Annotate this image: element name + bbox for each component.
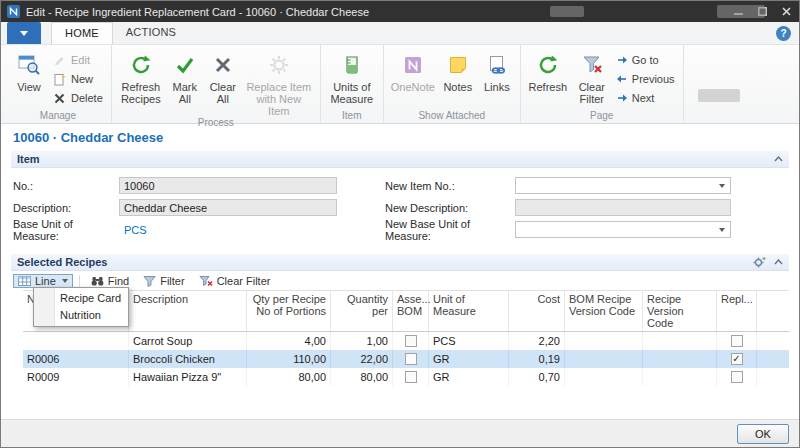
group-label-manage: Manage	[10, 110, 106, 123]
selected-recipes-section-header[interactable]: Selected Recipes	[11, 253, 789, 271]
table-header-row: No. Description Qty per Recipe No of Por…	[23, 291, 789, 332]
close-button[interactable]	[779, 6, 793, 18]
cell-quantity-per: 22,00	[331, 350, 393, 368]
base-uom-value[interactable]: PCS	[119, 224, 147, 236]
table-row[interactable]: Carrot Soup 4,00 1,00 PCS 2,20	[23, 332, 789, 350]
table-row[interactable]: R0009 Hawaiian Pizza 9" 80,00 80,00 GR 0…	[23, 368, 789, 386]
notes-button[interactable]: Notes	[439, 47, 477, 107]
column-header-quantity-per[interactable]: Quantity per	[331, 291, 393, 331]
mark-all-button[interactable]: Mark All	[167, 47, 203, 107]
menu-item-recipe-card[interactable]: Recipe Card	[34, 290, 128, 307]
description-field: Cheddar Cheese	[119, 199, 337, 216]
ribbon-group-manage: View Edit New Delete	[5, 45, 112, 123]
line-menu-button[interactable]: Line	[13, 274, 73, 288]
assembly-bom-checkbox[interactable]	[405, 335, 417, 347]
cell-assembly-bom	[393, 350, 429, 368]
cell-filler	[757, 368, 789, 386]
new-base-uom-label: New Base Unit of Measure:	[385, 218, 515, 242]
cell-assembly-bom	[393, 332, 429, 350]
line-menu: Recipe Card Nutrition	[33, 287, 129, 327]
new-base-uom-field[interactable]	[515, 221, 731, 238]
cell-replace: ✓	[717, 350, 757, 368]
group-label-item: Item	[326, 110, 378, 123]
page-content: 10060 · Cheddar Cheese Item No.: 10060 D…	[1, 124, 799, 419]
dropdown-arrow-icon[interactable]	[715, 223, 729, 236]
new-item-no-label: New Item No.:	[385, 180, 515, 192]
find-button[interactable]: Find	[86, 274, 134, 288]
cell-bom-recipe-version	[565, 368, 643, 386]
clear-filter-button-toolbar[interactable]: Clear Filter	[194, 274, 276, 288]
chevron-down-icon	[62, 279, 68, 283]
cell-recipe-version	[643, 368, 717, 386]
column-header-qty-per-recipe[interactable]: Qty per Recipe No of Portions	[247, 291, 331, 331]
gear-icon	[267, 51, 291, 78]
previous-button[interactable]: Previous	[614, 71, 678, 87]
edit-icon	[53, 54, 66, 67]
assembly-bom-checkbox[interactable]	[405, 353, 417, 365]
links-button[interactable]: Links	[479, 47, 515, 107]
column-header-cost[interactable]: Cost	[509, 291, 565, 331]
replace-checkbox[interactable]	[731, 371, 743, 383]
cell-replace	[717, 332, 757, 350]
arrow-right-icon	[617, 93, 627, 103]
item-fields: No.: 10060 Description: Cheddar Cheese B…	[11, 168, 789, 253]
redacted-block	[698, 89, 740, 102]
table-row-selected[interactable]: R0006 Broccoli Chicken 110,00 22,00 GR 0…	[23, 350, 789, 368]
tab-actions[interactable]: ACTIONS	[113, 22, 189, 44]
ok-button[interactable]: OK	[737, 424, 789, 444]
cell-bom-recipe-version	[565, 350, 643, 368]
arrow-left-icon	[617, 74, 627, 84]
new-description-label: New Description:	[385, 202, 515, 214]
replace-checkbox[interactable]: ✓	[731, 353, 743, 365]
no-field: 10060	[119, 177, 337, 194]
column-header-unit-of-measure[interactable]: Unit of Measure	[429, 291, 509, 331]
cell-description: Broccoli Chicken	[129, 350, 247, 368]
grid-icon	[18, 275, 31, 287]
replace-checkbox[interactable]	[731, 335, 743, 347]
cell-filler	[757, 350, 789, 368]
customize-gear-icon[interactable]	[753, 256, 766, 268]
chevron-up-icon	[774, 156, 783, 162]
clear-all-button[interactable]: Clear All	[205, 47, 241, 107]
delete-button[interactable]: Delete	[50, 90, 106, 106]
new-item-no-field[interactable]	[515, 177, 731, 194]
column-header-replace[interactable]: Repl...	[717, 291, 757, 331]
clear-filter-button[interactable]: Clear Filter	[572, 47, 612, 107]
cell-cost: 2,20	[509, 332, 565, 350]
column-header-assembly-bom[interactable]: Asse... BOM	[393, 291, 429, 331]
cell-qty-per-recipe: 80,00	[247, 368, 331, 386]
refresh-button[interactable]: Refresh	[526, 47, 570, 107]
column-header-bom-recipe-version[interactable]: BOM Recipe Version Code	[565, 291, 643, 331]
app-window: Edit - Recipe Ingredient Replacement Car…	[0, 0, 800, 448]
go-to-button[interactable]: Go to	[614, 52, 678, 68]
assembly-bom-checkbox[interactable]	[405, 371, 417, 383]
next-button[interactable]: Next	[614, 90, 678, 106]
menu-item-nutrition[interactable]: Nutrition	[34, 307, 128, 324]
ribbon-group-show-attached: OneNote Notes Links Show Attached	[384, 45, 521, 123]
help-icon[interactable]: ?	[776, 26, 791, 41]
ribbon: View Edit New Delete	[1, 45, 799, 124]
new-button[interactable]: New	[50, 71, 106, 87]
column-header-recipe-version[interactable]: Recipe Version Code	[643, 291, 717, 331]
measuring-cup-icon	[341, 51, 363, 78]
filter-button[interactable]: Filter	[138, 274, 189, 288]
tab-home[interactable]: HOME	[51, 22, 113, 44]
application-menu-button[interactable]	[7, 22, 41, 44]
item-section-header[interactable]: Item	[11, 150, 789, 168]
units-of-measure-button[interactable]: Units of Measure	[326, 47, 378, 107]
ribbon-group-process: Refresh Recipes Mark All Clear All	[112, 45, 321, 123]
delete-icon	[53, 92, 66, 105]
chevron-up-icon	[774, 259, 783, 265]
view-icon	[17, 51, 41, 78]
binoculars-icon	[91, 275, 104, 287]
group-label-page: Page	[526, 110, 678, 123]
app-logo-icon	[7, 5, 20, 18]
refresh-recipes-button[interactable]: Refresh Recipes	[117, 47, 165, 107]
ribbon-group-item: Units of Measure Item	[321, 45, 384, 123]
cell-bom-recipe-version	[565, 332, 643, 350]
cell-no: R0009	[23, 368, 129, 386]
view-button[interactable]: View	[10, 47, 48, 107]
column-header-description[interactable]: Description	[129, 291, 247, 331]
dropdown-arrow-icon[interactable]	[715, 179, 729, 192]
toolbar-separator	[79, 275, 80, 287]
